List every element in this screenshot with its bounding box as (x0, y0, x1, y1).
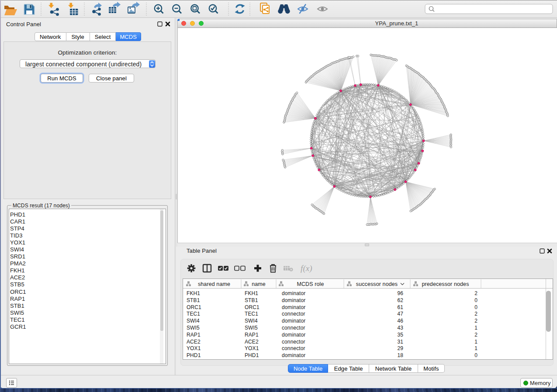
svg-text:f(x): f(x) (301, 264, 312, 273)
